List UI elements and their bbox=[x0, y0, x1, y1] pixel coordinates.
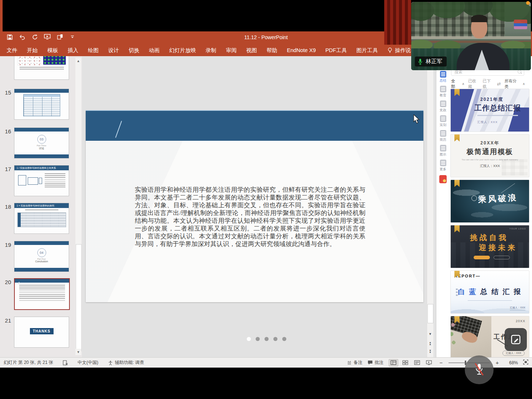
previous-slide-icon[interactable]: ▲▲ bbox=[427, 340, 433, 347]
slide-thumbnail-17[interactable]: 1 / 实验语用学与神经语用学之间关系 bbox=[14, 165, 69, 196]
zoom-in-button[interactable]: + bbox=[495, 359, 499, 366]
slideshow-view-button[interactable] bbox=[424, 359, 434, 366]
ribbon-tab-绘图[interactable]: 绘图 bbox=[88, 47, 99, 54]
template-card-3[interactable]: YOUR LOGO挑战自我迎接未来 bbox=[450, 225, 529, 268]
editor-scrollbar[interactable]: ▼ ▲▲ ▼▼ bbox=[427, 56, 433, 357]
ribbon-tab-模板[interactable]: 模板 bbox=[47, 47, 58, 54]
thumb-text-lines bbox=[20, 67, 64, 71]
template-store-panel: 总结教育党政策划简历图示更多 搜索 全部∧ 已收藏 已下载 ⇄ 所有分类∧ 20… bbox=[436, 56, 532, 357]
scroll-down-icon[interactable]: ▼ bbox=[427, 331, 433, 337]
template-card-4[interactable]: REPORT—白 蓝 总 结 汇 报汇报人：XXX bbox=[450, 270, 529, 314]
pagination-dot[interactable] bbox=[265, 337, 269, 341]
template-title-line1: 20XX年 bbox=[451, 140, 529, 146]
thumb-footer-bar bbox=[14, 268, 69, 272]
slide-title-bar[interactable] bbox=[86, 111, 423, 141]
ribbon-tab-图片工具[interactable]: 图片工具 bbox=[357, 47, 378, 54]
zoom-out-button[interactable]: − bbox=[439, 359, 443, 366]
slide-thumb-row: 21THANKS bbox=[0, 317, 82, 348]
slide-thumb-row: 15 bbox=[0, 89, 82, 120]
ribbon-tab-文件[interactable]: 文件 bbox=[7, 47, 17, 54]
language-indicator[interactable]: 中文(中国) bbox=[78, 359, 98, 366]
screen: 11.12 - PowerPoint 文件开始模板插入绘图设计切换动画幻灯片放映… bbox=[0, 0, 532, 399]
thumb-graphics bbox=[14, 56, 69, 67]
slash-decoration bbox=[115, 121, 122, 138]
editor-scrollbar-thumb[interactable] bbox=[427, 304, 433, 323]
ribbon-tab-EndNote X9[interactable]: EndNote X9 bbox=[287, 47, 316, 53]
ribbon-tab-PDF工具[interactable]: PDF工具 bbox=[325, 47, 347, 54]
pagination-dot[interactable] bbox=[273, 337, 277, 341]
template-card-2[interactable]: 乘风破浪 bbox=[450, 180, 529, 223]
slide-number: 18 bbox=[1, 204, 11, 210]
reading-view-button[interactable] bbox=[412, 359, 422, 366]
abstract-text-lines bbox=[19, 285, 65, 302]
slide-thumb-row bbox=[0, 56, 82, 80]
video-call-overlay[interactable]: 林正军 bbox=[411, 2, 531, 70]
thumb-body bbox=[14, 170, 69, 190]
annotate-button[interactable] bbox=[505, 328, 527, 351]
ribbon-tab-审阅[interactable]: 审阅 bbox=[226, 47, 237, 54]
slide-thumbnail-19[interactable]: 04Part FourConclusion bbox=[14, 241, 69, 272]
template-card-0[interactable]: 2021年度工作总结汇报汇报人：XXX bbox=[450, 89, 529, 132]
section-number: 03 bbox=[37, 135, 46, 144]
slide-thumb-row: 1904Part FourConclusion bbox=[0, 241, 82, 272]
thumb-header-bar bbox=[14, 241, 69, 245]
slide-number: 19 bbox=[1, 242, 11, 248]
lightbulb-icon bbox=[388, 47, 392, 53]
scroll-down-icon[interactable]: ▼ bbox=[75, 349, 81, 355]
template-title-line2: 极简通用模板 bbox=[451, 147, 529, 157]
slide-thumbnail-20[interactable] bbox=[14, 278, 70, 310]
template-title-line2: 工作总结汇报 bbox=[474, 103, 521, 113]
thumb-text-lines bbox=[45, 173, 65, 188]
comments-button[interactable]: 批注 bbox=[368, 359, 383, 366]
ribbon-tab-幻灯片放映[interactable]: 幻灯片放映 bbox=[169, 47, 196, 54]
comment-icon bbox=[368, 360, 373, 365]
slide-thumbnail-16[interactable]: 03Part Three讨论 bbox=[14, 127, 69, 158]
ribbon-tab-设计[interactable]: 设计 bbox=[108, 47, 119, 54]
slide-thumbnail-18[interactable]: 1 » 实验语用学与神经语用学的异同 bbox=[14, 203, 69, 234]
ribbon-tab-动画[interactable]: 动画 bbox=[149, 47, 160, 54]
ribbon-tab-录制[interactable]: 录制 bbox=[206, 47, 216, 54]
slide-thumbnail-15[interactable] bbox=[14, 89, 69, 120]
microphone-muted-button[interactable] bbox=[465, 355, 494, 384]
ribbon-tab-视图[interactable]: 视图 bbox=[246, 47, 257, 54]
fit-to-window-icon[interactable] bbox=[523, 359, 528, 366]
proofing-icon[interactable] bbox=[63, 360, 68, 365]
ribbon-tab-切换[interactable]: 切换 bbox=[129, 47, 139, 54]
diagram-box bbox=[18, 175, 26, 185]
slide-thumbnail-21[interactable]: THANKS bbox=[14, 317, 69, 348]
section-caption: 讨论 bbox=[14, 147, 69, 150]
pagination-dot[interactable] bbox=[256, 337, 260, 341]
thumb-table-graphic bbox=[17, 212, 66, 227]
caption-line bbox=[25, 209, 58, 211]
slide-counter: 幻灯片 第 20 张, 共 21 张 bbox=[4, 359, 53, 366]
slide-thumbnail-partial[interactable] bbox=[14, 56, 69, 80]
microphone-icon bbox=[418, 58, 423, 65]
pagination-dots bbox=[247, 337, 286, 341]
slide-sorter-view-button[interactable] bbox=[400, 359, 410, 366]
normal-view-button[interactable] bbox=[389, 359, 398, 366]
accessibility-status[interactable]: 辅助功能: 调查 bbox=[108, 359, 144, 366]
notes-button[interactable]: 备注 bbox=[347, 359, 362, 366]
template-card-1[interactable]: 20XX年极简通用模板You can use it for your work … bbox=[450, 134, 529, 177]
ribbon-tabs: 文件开始模板插入绘图设计切换动画幻灯片放映录制审阅视图帮助EndNote X9P… bbox=[7, 47, 378, 54]
ribbon-tab-帮助[interactable]: 帮助 bbox=[267, 47, 277, 54]
pagination-dot[interactable] bbox=[282, 337, 286, 341]
laptop-photo bbox=[451, 316, 491, 357]
thanks-box: THANKS bbox=[30, 328, 54, 334]
seal-stamp bbox=[471, 195, 477, 201]
ribbon-tab-插入[interactable]: 插入 bbox=[68, 47, 78, 54]
slide-thumb-row: 181 » 实验语用学与神经语用学的异同 bbox=[0, 203, 82, 234]
next-slide-icon[interactable]: ▼▼ bbox=[427, 348, 433, 355]
pagination-dot[interactable] bbox=[247, 337, 251, 341]
slide-body-text[interactable]: 实验语用学和神经语用学都关注语用学的实验研究，但鲜有研究关注二者的关系与异同。本… bbox=[135, 186, 365, 248]
scatter-plot-graphic bbox=[17, 56, 41, 65]
current-slide-canvas[interactable]: 实验语用学和神经语用学都关注语用学的实验研究，但鲜有研究关注二者的关系与异同。本… bbox=[86, 111, 423, 302]
slide-number: 17 bbox=[1, 166, 11, 172]
ribbon-tab-开始[interactable]: 开始 bbox=[27, 47, 38, 54]
zoom-percentage[interactable]: 68% bbox=[505, 360, 518, 365]
thumb-header-bar bbox=[14, 128, 69, 132]
pen-icon bbox=[510, 334, 521, 345]
thumb-title: 1 / 实验语用学与神经语用学之间关系 bbox=[14, 166, 69, 170]
section-number: 04 bbox=[37, 248, 46, 257]
microphone-muted-icon bbox=[473, 362, 485, 377]
